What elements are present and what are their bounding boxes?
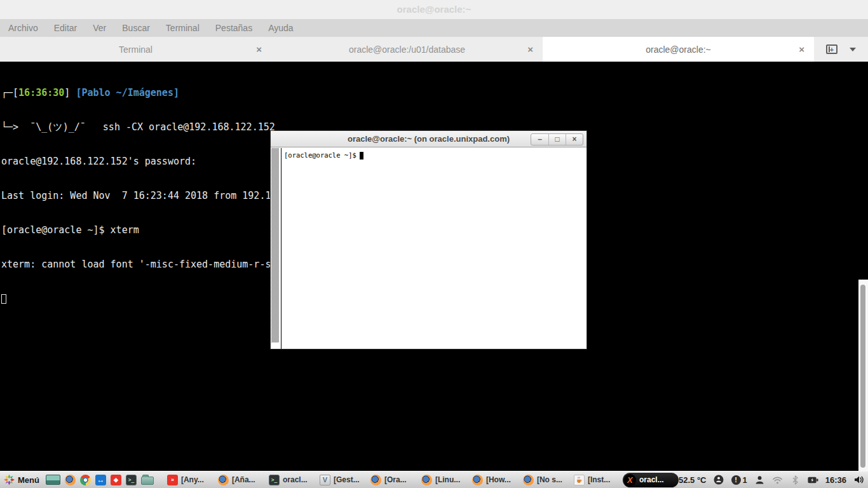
xorg-icon: X bbox=[624, 474, 636, 486]
system-tray: 52.5 °C ! 1 bbox=[679, 475, 864, 485]
menu-editar[interactable]: Editar bbox=[54, 23, 78, 33]
taskbar-window-virtualbox[interactable]: V [Gest... bbox=[318, 475, 369, 485]
tab-terminal[interactable]: Terminal × bbox=[0, 37, 271, 62]
taskbar-window-terminal[interactable]: >_ oracl... bbox=[267, 475, 318, 485]
battery-icon[interactable] bbox=[808, 475, 818, 485]
taskbar-window-anydesk[interactable]: » [Any... bbox=[165, 475, 216, 485]
menu-pestanas[interactable]: Pestañas bbox=[215, 23, 252, 33]
xterm-titlebar[interactable]: oracle@oracle:~ (on oracle.unixpad.com) … bbox=[271, 131, 587, 147]
xterm-prompt-line: [oracle@oracle ~]$ bbox=[284, 151, 363, 159]
terminal-cursor bbox=[1, 294, 6, 304]
taskbar-window-firefox-3[interactable]: [Linu... bbox=[419, 475, 470, 485]
menu-buscar[interactable]: Buscar bbox=[122, 23, 150, 33]
menu-ver[interactable]: Ver bbox=[93, 23, 106, 33]
quick-launch-bar: ↔ ◆ >_ bbox=[46, 475, 154, 485]
minimize-icon[interactable]: – bbox=[531, 134, 548, 145]
scrollbar-thumb[interactable] bbox=[860, 285, 865, 468]
xterm-window-controls: – □ × bbox=[531, 133, 583, 146]
tab-u01-database[interactable]: oracle@oracle:/u01/database × bbox=[271, 37, 543, 62]
window-title: oracle@oracle:~ bbox=[397, 4, 471, 15]
xterm-cursor bbox=[360, 152, 363, 159]
updates-icon[interactable] bbox=[714, 475, 724, 485]
wifi-icon[interactable] bbox=[772, 475, 783, 485]
firefox-icon bbox=[218, 475, 229, 485]
file-manager-icon[interactable] bbox=[141, 477, 154, 485]
xterm-scrollbar[interactable] bbox=[271, 148, 279, 342]
taskbar-window-firefox-1[interactable]: [Aña... bbox=[216, 475, 267, 485]
xterm-title: oracle@oracle:~ (on oracle.unixpad.com) bbox=[348, 134, 510, 144]
show-desktop-icon[interactable] bbox=[46, 475, 60, 485]
tab-controls: + bbox=[814, 37, 868, 62]
tab-list-chevron-icon[interactable] bbox=[850, 48, 856, 51]
close-icon[interactable]: × bbox=[799, 37, 804, 62]
scrollbar-track[interactable] bbox=[858, 280, 868, 471]
menu-button[interactable]: Menú bbox=[4, 475, 39, 485]
menu-archivo[interactable]: Archivo bbox=[8, 23, 38, 33]
java-icon bbox=[574, 475, 585, 485]
taskbar-window-xterm-active[interactable]: X oracl... bbox=[623, 473, 679, 487]
firefox-icon bbox=[523, 475, 534, 485]
terminal-icon[interactable]: >_ bbox=[126, 475, 137, 485]
xterm-viewport[interactable]: [oracle@oracle ~]$ bbox=[271, 148, 587, 349]
window-titlebar[interactable]: oracle@oracle:~ bbox=[0, 0, 868, 19]
notification-count: 1 bbox=[743, 475, 747, 485]
alert-icon: ! bbox=[731, 475, 741, 485]
tab-title: oracle@oracle:~ bbox=[646, 44, 711, 55]
bluetooth-icon[interactable] bbox=[790, 475, 801, 485]
notifications-applet[interactable]: ! 1 bbox=[731, 475, 747, 485]
tab-oracle-home[interactable]: oracle@oracle:~ × bbox=[543, 37, 814, 62]
anydesk-icon[interactable]: ◆ bbox=[111, 475, 121, 485]
window-list: » [Any... [Aña... >_ oracl... V [Gest...… bbox=[165, 471, 679, 488]
menu-terminal[interactable]: Terminal bbox=[166, 23, 200, 33]
firefox-icon bbox=[421, 475, 432, 485]
close-icon[interactable]: × bbox=[527, 37, 533, 62]
anydesk-icon: » bbox=[167, 475, 178, 485]
menu-button-label: Menú bbox=[18, 475, 39, 485]
terminal-icon: >_ bbox=[269, 475, 280, 485]
taskbar-window-firefox-4[interactable]: [How... bbox=[470, 475, 521, 485]
prompt-timestamp: 16:36:30 bbox=[18, 87, 64, 98]
user-icon[interactable] bbox=[754, 475, 765, 485]
taskbar-window-firefox-2[interactable]: [Ora... bbox=[369, 475, 419, 485]
new-tab-icon[interactable]: + bbox=[826, 44, 837, 54]
close-icon[interactable]: × bbox=[566, 134, 583, 145]
close-icon[interactable]: × bbox=[256, 37, 262, 62]
menu-icon bbox=[4, 475, 15, 485]
chrome-icon[interactable] bbox=[80, 475, 91, 485]
tab-bar: Terminal × oracle@oracle:/u01/database ×… bbox=[0, 37, 868, 62]
volume-icon[interactable] bbox=[853, 475, 864, 485]
clock[interactable]: 16:36 bbox=[825, 475, 846, 485]
prompt-path: [Pablo ~/Imágenes] bbox=[76, 87, 179, 98]
terminal-line: ┌─[16:36:30] [Pablo ~/Imágenes] bbox=[1, 87, 868, 98]
xterm-scrollbar-separator bbox=[281, 148, 281, 349]
firefox-icon[interactable] bbox=[65, 475, 76, 485]
menubar: Archivo Editar Ver Buscar Terminal Pesta… bbox=[0, 19, 868, 37]
tab-title: Terminal bbox=[119, 44, 153, 55]
taskbar-window-java-installer[interactable]: [Inst... bbox=[572, 475, 623, 485]
virtualbox-icon: V bbox=[320, 475, 330, 485]
taskbar-window-firefox-5[interactable]: [No s... bbox=[521, 475, 572, 485]
maximize-icon[interactable]: □ bbox=[548, 134, 566, 145]
firefox-icon bbox=[472, 475, 483, 485]
teamviewer-icon[interactable]: ↔ bbox=[95, 475, 106, 485]
taskbar: Menú ↔ ◆ >_ » [Any... [Aña... >_ oracl..… bbox=[0, 471, 868, 488]
firefox-icon bbox=[370, 475, 381, 485]
menu-ayuda[interactable]: Ayuda bbox=[268, 23, 293, 33]
xterm-window: oracle@oracle:~ (on oracle.unixpad.com) … bbox=[270, 130, 587, 349]
temperature-applet[interactable]: 52.5 °C bbox=[679, 475, 707, 485]
tab-title: oracle@oracle:/u01/database bbox=[349, 44, 465, 55]
